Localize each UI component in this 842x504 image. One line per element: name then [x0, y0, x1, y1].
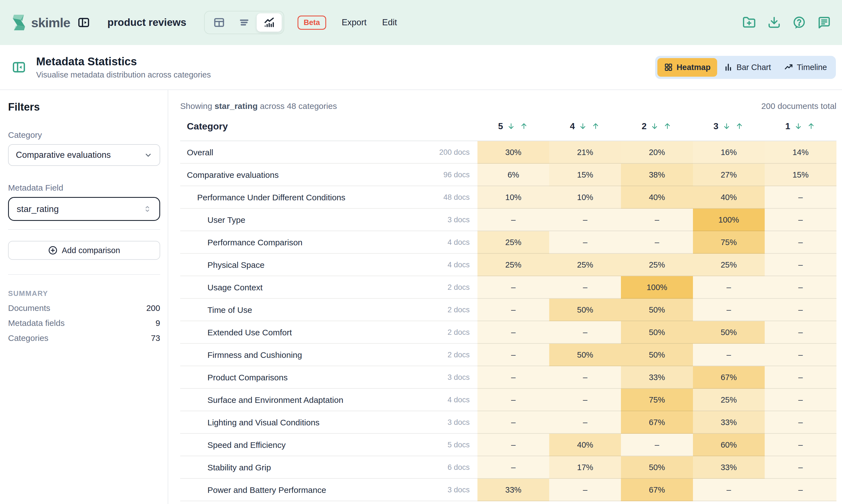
table-row[interactable]: Speed and Efficiency5 docs–40%–60%– [180, 434, 837, 456]
heatmap-cell[interactable]: 100% [621, 276, 693, 299]
table-row[interactable]: Comparative evaluations96 docs6%15%38%27… [180, 164, 837, 186]
heatmap-cell[interactable]: – [478, 456, 549, 479]
sort-asc-button[interactable] [591, 122, 600, 131]
heatmap-cell[interactable]: – [549, 276, 621, 299]
heatmap-cell[interactable]: 50% [621, 456, 693, 479]
heatmap-cell[interactable]: 21% [549, 141, 621, 164]
metadata-field-select[interactable]: star_rating [8, 197, 160, 221]
heatmap-cell[interactable]: 50% [621, 321, 693, 344]
table-row[interactable]: User Type3 docs–––100%– [180, 209, 837, 231]
help-button[interactable] [792, 16, 806, 29]
category-cell[interactable]: Comparative evaluations96 docs [180, 164, 478, 186]
heatmap-cell[interactable]: – [765, 299, 837, 321]
heatmap-cell[interactable]: – [621, 231, 693, 254]
heatmap-cell[interactable]: – [478, 209, 549, 231]
sort-asc-button[interactable] [663, 122, 672, 131]
sort-asc-button[interactable] [806, 122, 816, 131]
heatmap-cell[interactable]: 25% [693, 254, 765, 276]
heatmap-cell[interactable]: 60% [693, 434, 765, 456]
heatmap-cell[interactable]: 50% [621, 344, 693, 366]
download-button[interactable] [768, 16, 781, 29]
category-cell[interactable]: Extended Use Comfort2 docs [180, 321, 478, 344]
heatmap-cell[interactable]: 25% [621, 254, 693, 276]
heatmap-cell[interactable]: – [478, 321, 549, 344]
heatmap-cell[interactable]: 50% [549, 299, 621, 321]
table-row[interactable]: Surface and Environment Adaptation4 docs… [180, 389, 837, 411]
category-cell[interactable]: Usage Context2 docs [180, 276, 478, 299]
export-button[interactable]: Export [342, 18, 367, 28]
heatmap-cell[interactable]: – [549, 479, 621, 501]
category-cell[interactable]: User Type3 docs [180, 209, 478, 231]
table-row[interactable]: Product Comparisons3 docs––33%67%– [180, 366, 837, 389]
category-cell[interactable]: Product Comparisons3 docs [180, 366, 478, 389]
add-comparison-button[interactable]: Add comparison [8, 241, 160, 260]
heatmap-cell[interactable]: – [549, 389, 621, 411]
category-cell[interactable]: Performance Comparison4 docs [180, 231, 478, 254]
heatmap-cell[interactable]: 25% [478, 254, 549, 276]
sort-desc-button[interactable] [650, 122, 659, 131]
heatmap-cell[interactable]: 40% [549, 434, 621, 456]
heatmap-cell[interactable]: – [478, 389, 549, 411]
collapse-sidebar-button[interactable] [12, 60, 26, 74]
heatmap-cell[interactable]: – [693, 299, 765, 321]
heatmap-cell[interactable]: 10% [478, 186, 549, 209]
heatmap-cell[interactable]: – [478, 276, 549, 299]
category-cell[interactable]: Performance Under Different Conditions48… [180, 186, 478, 209]
heatmap-cell[interactable]: 38% [621, 164, 693, 186]
category-dropdown[interactable]: Comparative evaluations [8, 144, 160, 166]
heatmap-cell[interactable]: 27% [693, 164, 765, 186]
heatmap-cell[interactable]: – [765, 366, 837, 389]
heatmap-cell[interactable]: – [765, 186, 837, 209]
heatmap-cell[interactable]: – [549, 209, 621, 231]
heatmap-cell[interactable]: 33% [478, 479, 549, 501]
sort-desc-button[interactable] [506, 122, 516, 131]
table-row[interactable]: Overall200 docs30%21%20%16%14% [180, 141, 837, 164]
sort-asc-button[interactable] [735, 122, 744, 131]
table-view-button[interactable] [207, 13, 231, 32]
sort-desc-button[interactable] [722, 122, 731, 131]
heatmap-cell[interactable]: 67% [621, 479, 693, 501]
table-row[interactable]: Usage Context2 docs––100%–– [180, 276, 837, 299]
heatmap-cell[interactable]: – [765, 434, 837, 456]
heatmap-cell[interactable]: – [478, 344, 549, 366]
edit-button[interactable]: Edit [382, 18, 397, 28]
heatmap-cell[interactable]: – [765, 344, 837, 366]
heatmap-cell[interactable]: – [478, 434, 549, 456]
heatmap-cell[interactable]: – [478, 299, 549, 321]
heatmap-cell[interactable]: 33% [621, 366, 693, 389]
table-row[interactable]: Firmness and Cushioning2 docs–50%50%–– [180, 344, 837, 366]
table-row[interactable]: Performance Under Different Conditions48… [180, 186, 837, 209]
heatmap-cell[interactable]: – [693, 276, 765, 299]
heatmap-cell[interactable]: – [765, 209, 837, 231]
heatmap-cell[interactable]: – [621, 434, 693, 456]
category-cell[interactable]: Surface and Environment Adaptation4 docs [180, 389, 478, 411]
heatmap-cell[interactable]: – [549, 321, 621, 344]
heatmap-cell[interactable]: – [765, 276, 837, 299]
timeline-button[interactable]: Timeline [777, 58, 834, 77]
heatmap-cell[interactable]: 17% [549, 456, 621, 479]
heatmap-cell[interactable]: 50% [549, 344, 621, 366]
category-cell[interactable]: Time of Use2 docs [180, 299, 478, 321]
category-cell[interactable]: Lighting and Visual Conditions3 docs [180, 411, 478, 434]
heatmap-cell[interactable]: 14% [765, 141, 837, 164]
category-cell[interactable]: Overall200 docs [180, 141, 478, 164]
heatmap-cell[interactable]: – [478, 411, 549, 434]
heatmap-cell[interactable]: 25% [693, 389, 765, 411]
heatmap-cell[interactable]: – [549, 231, 621, 254]
heatmap-cell[interactable]: 67% [693, 366, 765, 389]
heatmap-cell[interactable]: – [765, 411, 837, 434]
heatmap-cell[interactable]: – [765, 479, 837, 501]
table-row[interactable]: Physical Space4 docs25%25%25%25%– [180, 254, 837, 276]
heatmap-cell[interactable]: – [765, 254, 837, 276]
heatmap-cell[interactable]: – [765, 321, 837, 344]
heatmap-cell[interactable]: – [693, 344, 765, 366]
table-row[interactable]: Power and Battery Performance3 docs33%–6… [180, 479, 837, 501]
heatmap-cell[interactable]: 33% [693, 411, 765, 434]
heatmap-cell[interactable]: 75% [621, 389, 693, 411]
category-cell[interactable]: Stability and Grip6 docs [180, 456, 478, 479]
heatmap-cell[interactable]: 33% [693, 456, 765, 479]
heatmap-cell[interactable]: – [765, 456, 837, 479]
category-cell[interactable]: Firmness and Cushioning2 docs [180, 344, 478, 366]
heatmap-cell[interactable]: 50% [693, 321, 765, 344]
heatmap-cell[interactable]: 100% [693, 209, 765, 231]
